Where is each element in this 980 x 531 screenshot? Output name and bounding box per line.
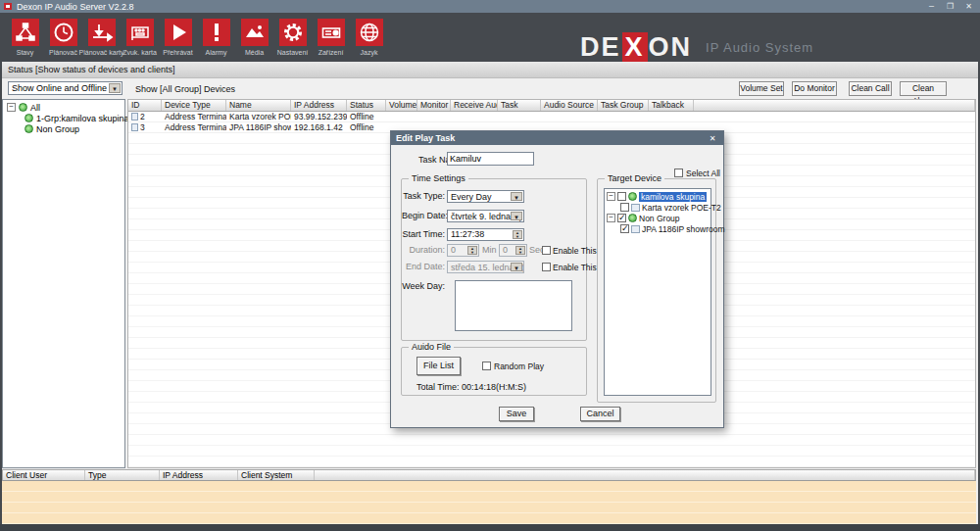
column-header[interactable]: Receive Audio [451,100,498,111]
spinner-arrows-icon [515,246,525,255]
column-header[interactable]: Type [85,470,160,480]
toolbar-button-alarmy[interactable]: Alarmy [197,19,235,56]
end-date-dropdown[interactable]: středa 15. ledna 2( [447,261,524,273]
group-icon [628,214,637,222]
column-header[interactable]: Task [498,100,541,111]
device-table-header: ID Device Type Name IP Address Status Vo… [128,100,975,112]
begin-date-label: Begin Date: [402,210,445,222]
column-header[interactable]: IP Address [291,100,347,111]
column-header[interactable]: Status [347,100,386,111]
column-header[interactable]: Device Type [162,100,226,111]
terminal-icon [131,113,138,121]
tree-item-group[interactable]: 1-Grp:kamilova skupina [3,113,124,123]
column-header[interactable]: Volume [386,100,417,111]
table-row[interactable]: 2 Address Terminal Karta vzorek POE-T2 9… [128,112,975,122]
select-all-checkbox[interactable] [674,169,683,177]
target-tree-label: kamilova skupina [639,192,707,202]
end-date-enable-label: Enable This [553,263,597,272]
toolbar-button-zvuk-karta[interactable]: Zvuk. karta [121,19,159,56]
clean-alarm-button[interactable]: Clean Alarm [900,81,947,96]
window-frame-left [0,62,2,531]
cancel-button[interactable]: Cancel [580,407,620,421]
duration-enable-checkbox[interactable] [542,246,551,255]
toolbar-label: Alarmy [206,49,227,56]
select-all-label: Select All [686,169,720,178]
online-filter-dropdown[interactable]: Show Online and Offline [8,81,122,95]
cell-device-type: Address Terminal [162,112,226,121]
item-checkbox[interactable] [620,203,629,212]
titlebar: Dexon IP Audio Server V2.2.8 [0,0,980,13]
task-type-dropdown[interactable]: Every Day [447,190,524,203]
logo-tagline: IP Audio System [706,40,813,55]
tree-item-group[interactable]: Non Group [3,123,124,134]
edit-play-task-dialog: Edit Play Task Task Name: Select All Tim… [390,130,724,428]
target-tree-label: Karta vzorek POE-T2 [642,203,721,213]
chevron-down-icon [511,263,522,271]
toolbar-button-stavy[interactable]: Stavy [6,19,44,56]
column-header[interactable]: Talkback [649,100,694,111]
tree-item-all[interactable]: All [3,102,124,113]
do-monitor-button[interactable]: Do Monitor [792,81,837,96]
column-header[interactable]: ID [128,100,162,111]
duration-min-spinner[interactable]: 0 [447,244,479,257]
column-header[interactable]: Task Group [598,100,649,111]
target-tree-item[interactable]: JPA 1186IP showroom [605,223,710,234]
clean-call-button[interactable]: Clean Call [849,81,892,96]
item-checkbox[interactable] [620,224,629,233]
volume-set-button[interactable]: Volume Set [739,81,784,96]
column-header[interactable]: Audio Source [541,100,598,111]
spinner-arrows-icon[interactable] [513,230,522,239]
toolbar-button-planovac[interactable]: Plánovač [44,19,82,56]
column-header[interactable]: Monitor [417,100,451,111]
minimize-icon[interactable] [924,1,939,12]
target-tree-item[interactable]: kamilova skupina [605,191,710,202]
task-name-input[interactable] [447,152,534,166]
begin-date-dropdown[interactable]: čtvrtek 9. ledna 2( [447,210,524,222]
toolbar-button-nastaveni[interactable]: Nastavení [273,19,312,56]
random-play-checkbox[interactable] [482,362,491,370]
end-date-enable-checkbox[interactable] [542,263,551,271]
target-tree-item[interactable]: Non Group [605,213,710,223]
collapse-icon[interactable] [7,103,16,112]
column-header[interactable]: Client User [3,470,85,480]
time-settings-legend: Time Settings [409,173,468,183]
toolbar-button-planovac-karty[interactable]: Plánovač karty [82,19,121,56]
column-header[interactable]: Client System [238,470,315,480]
dialog-close-icon[interactable] [707,133,718,143]
total-time-label: Total Time: 00:14:18(H:M:S) [416,382,526,392]
duration-min-value: 0 [451,245,456,255]
target-tree-item[interactable]: Karta vzorek POE-T2 [605,202,710,213]
chevron-down-icon[interactable] [511,192,522,201]
collapse-icon[interactable] [607,192,615,201]
close-icon[interactable] [961,1,976,12]
app-window: Dexon IP Audio Server V2.2.8 Stavy Pláno… [0,0,980,531]
column-header[interactable]: Name [226,100,291,111]
toolbar-button-media[interactable]: Média [235,19,273,56]
cell-id: 3 [128,122,162,132]
toolbar-button-zarizeni[interactable]: Zařízení [312,19,350,56]
client-table-header: Client User Type IP Address Client Syste… [2,469,976,481]
file-list-button[interactable]: File List [416,357,461,375]
play-icon [165,19,192,46]
toolbar-button-prehravat[interactable]: Přehrávat [159,19,197,56]
week-day-listbox[interactable] [455,280,572,331]
toolbar-label: Zařízení [318,49,344,56]
toolbar-button-jazyk[interactable]: Jazyk [350,19,388,56]
alarm-icon [203,19,230,46]
chevron-down-icon[interactable] [511,212,522,220]
toolbar-label: Zvuk. karta [122,49,157,56]
item-checkbox[interactable] [617,214,626,222]
client-table-empty-row [2,481,976,492]
start-time-spinner[interactable]: 11:27:38 [447,228,524,241]
online-filter-value: Show Online and Offline [12,83,107,93]
column-header-filler [694,100,975,111]
duration-sec-spinner[interactable]: 0 [499,244,527,257]
maximize-icon[interactable] [943,1,957,12]
chevron-down-icon[interactable] [109,83,121,93]
group-icon [19,103,27,112]
item-checkbox[interactable] [617,192,626,201]
cell-status: Offline [347,112,386,121]
collapse-icon[interactable] [607,214,615,222]
save-button[interactable]: Save [499,407,534,421]
column-header[interactable]: IP Address [160,470,238,480]
